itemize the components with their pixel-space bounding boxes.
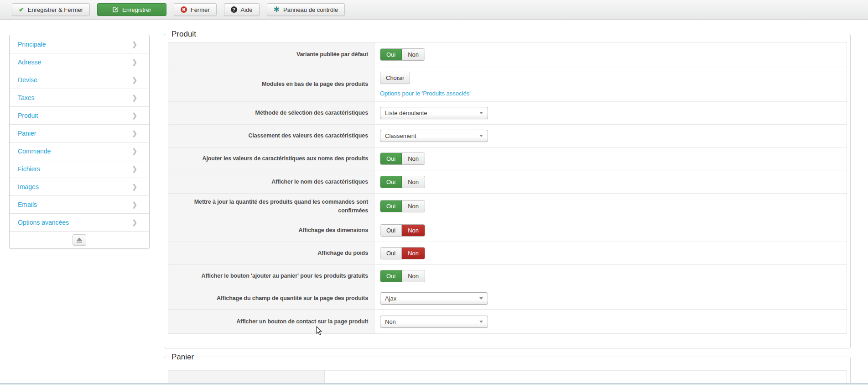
- setting-value-cell: Ajax: [374, 287, 847, 309]
- toggle-yes[interactable]: Oui: [380, 176, 402, 188]
- sidebar-item-taxes[interactable]: Taxes❯: [10, 89, 149, 106]
- sidebar-item-label: Devise: [18, 76, 37, 84]
- dropdown-select[interactable]: Ajax: [380, 292, 488, 305]
- check-icon: ✔: [19, 6, 24, 13]
- close-icon: ✖: [181, 6, 187, 13]
- setting-label: Méthode de sélection des caractéristique…: [255, 109, 368, 117]
- sidebar-item-fichiers[interactable]: Fichiers❯: [10, 160, 149, 178]
- setting-label: Afficher un bouton de contact sur la pag…: [236, 317, 368, 326]
- toggle-no[interactable]: Non: [402, 176, 425, 188]
- toggle-oui-non[interactable]: OuiNon: [380, 224, 425, 237]
- sidebar-footer: [10, 231, 149, 248]
- chevron-right-icon: ❯: [132, 201, 137, 208]
- sidebar-item-images[interactable]: Images❯: [10, 178, 149, 195]
- sidebar-item-label: Fichiers: [18, 165, 40, 173]
- setting-value-cell: OuiNon: [374, 219, 847, 242]
- sidebar-item-panier[interactable]: Panier❯: [10, 124, 149, 142]
- toolbar: ✔ Enregistrer & Fermer Enregistrer ✖ Fer…: [0, 0, 868, 20]
- sidebar-item-label: Commande: [18, 148, 51, 155]
- save-label: Enregistrer: [122, 6, 151, 13]
- settings-row: Affichage du poidsOuiNon: [168, 242, 847, 265]
- toggle-oui-non[interactable]: OuiNon: [380, 270, 425, 282]
- setting-label-cell: Modules en bas de la page des produits: [168, 67, 374, 101]
- toggle-no[interactable]: Non: [402, 200, 425, 212]
- choose-button[interactable]: Choisir: [380, 72, 410, 84]
- toggle-oui-non[interactable]: OuiNon: [380, 176, 425, 188]
- help-button[interactable]: ? Aide: [224, 3, 260, 16]
- sidebar-item-produit[interactable]: Produit❯: [10, 106, 149, 124]
- toggle-yes[interactable]: Oui: [380, 225, 402, 236]
- chevron-right-icon: ❯: [132, 76, 137, 84]
- toggle-no[interactable]: Non: [402, 225, 425, 236]
- chevron-right-icon: ❯: [132, 183, 137, 190]
- help-icon: ?: [231, 6, 237, 13]
- toggle-yes[interactable]: Oui: [380, 49, 402, 60]
- toggle-yes[interactable]: Oui: [380, 270, 402, 282]
- save-close-button[interactable]: ✔ Enregistrer & Fermer: [12, 3, 90, 16]
- dropdown-select[interactable]: Liste déroulante: [380, 107, 488, 119]
- setting-value-cell: OuiNon: [374, 242, 847, 264]
- chevron-right-icon: ❯: [132, 148, 137, 155]
- sidebar-item-label: Principale: [18, 41, 46, 48]
- settings-row: Mettre à jour la quantité des produits q…: [168, 194, 847, 219]
- toggle-yes[interactable]: Oui: [380, 248, 402, 259]
- selected-option-label: Ajax: [385, 295, 396, 302]
- sidebar-item-commande[interactable]: Commande❯: [10, 142, 149, 160]
- setting-label: Variante publiée par défaut: [296, 50, 368, 58]
- setting-label-cell: Afficher un bouton de contact sur la pag…: [168, 310, 374, 333]
- settings-row: Méthode de sélection des caractéristique…: [168, 102, 847, 125]
- sidebar-item-label: Emails: [18, 201, 37, 208]
- toggle-oui-non[interactable]: OuiNon: [380, 48, 425, 61]
- sidebar-item-adresse[interactable]: Adresse❯: [10, 53, 149, 71]
- sidebar-item-options-avancees[interactable]: Options avancées❯: [10, 213, 149, 231]
- toggle-oui-non[interactable]: OuiNon: [380, 153, 425, 165]
- toggle-no[interactable]: Non: [402, 248, 425, 259]
- dropdown-select[interactable]: Classement: [380, 130, 488, 142]
- setting-value-cell: OuiNon: [374, 194, 847, 219]
- toggle-yes[interactable]: Oui: [380, 153, 402, 164]
- settings-row: Affichage des dimensionsOuiNon: [168, 219, 847, 242]
- toggle-oui-non[interactable]: OuiNon: [380, 247, 425, 259]
- sidebar-item-label: Options avancées: [18, 219, 69, 226]
- control-panel-button[interactable]: ✱ Panneau de contrôle: [267, 3, 345, 16]
- save-button[interactable]: Enregistrer: [97, 3, 166, 16]
- save-close-label: Enregistrer & Fermer: [28, 6, 83, 13]
- chevron-down-icon: [479, 112, 483, 114]
- chevron-right-icon: ❯: [132, 112, 137, 119]
- sidebar-item-principale[interactable]: Principale❯: [10, 35, 149, 53]
- setting-label: Affichage des dimensions: [299, 226, 369, 234]
- sidebar-item-label: Produit: [18, 112, 38, 119]
- toggle-no[interactable]: Non: [402, 49, 425, 60]
- arrow-up-icon: [77, 237, 82, 241]
- setting-label-cell: Mettre à jour la quantité des produits q…: [168, 194, 374, 219]
- dropdown-select[interactable]: Non: [380, 316, 488, 328]
- sidebar-item-emails[interactable]: Emails❯: [10, 195, 149, 213]
- setting-value-cell: OuiNon: [374, 148, 847, 170]
- setting-label-cell: Ajouter les valeurs de caractéristiques …: [168, 148, 374, 170]
- selected-option-label: Non: [385, 318, 396, 325]
- settings-row: Classement des valeurs des caractéristiq…: [168, 125, 847, 148]
- setting-label-cell: Afficher le nom des caractéristiques: [168, 170, 374, 193]
- setting-label: Mettre à jour la quantité des produits q…: [170, 198, 368, 214]
- chevron-right-icon: ❯: [132, 130, 137, 137]
- sidebar-item-devise[interactable]: Devise❯: [10, 71, 149, 89]
- setting-value-cell: ChoisirOptions pour le 'Produits associé…: [374, 67, 847, 101]
- sidebar-item-label: Images: [18, 183, 39, 190]
- settings-row: Ajouter les valeurs de caractéristiques …: [168, 148, 847, 170]
- close-button[interactable]: ✖ Fermer: [174, 3, 217, 16]
- sidebar-item-label: Taxes: [18, 94, 35, 101]
- related-products-options-link[interactable]: Options pour le 'Produits associés': [380, 90, 471, 97]
- setting-value-cell: OuiNon: [374, 42, 847, 67]
- setting-label-cell: Affichage du poids: [168, 242, 374, 264]
- panel-panier-legend: Panier: [169, 352, 197, 362]
- toggle-oui-non[interactable]: OuiNon: [380, 200, 425, 212]
- collapse-menu-button[interactable]: [73, 234, 86, 246]
- settings-row: Afficher le bouton 'ajouter au panier' p…: [168, 265, 847, 287]
- setting-value-cell: OuiNon: [374, 170, 847, 193]
- selected-option-label: Liste déroulante: [385, 110, 427, 116]
- toggle-no[interactable]: Non: [402, 153, 425, 164]
- toggle-no[interactable]: Non: [402, 270, 425, 282]
- cpanel-icon: ✱: [274, 6, 280, 13]
- settings-table-produit: Variante publiée par défautOuiNonModules…: [168, 42, 847, 334]
- toggle-yes[interactable]: Oui: [380, 200, 402, 212]
